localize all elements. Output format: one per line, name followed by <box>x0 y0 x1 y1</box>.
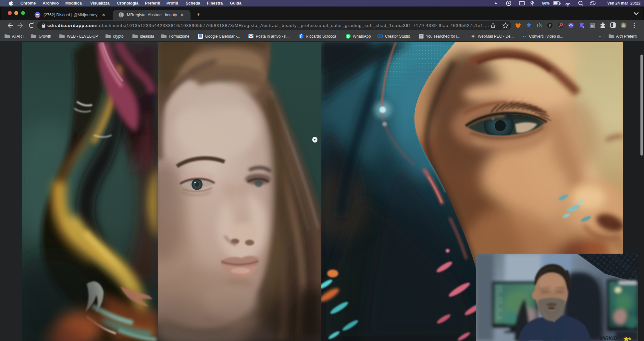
svg-text:M: M <box>591 24 594 27</box>
svg-text:#: # <box>549 24 551 27</box>
svg-text:56%: 56% <box>542 1 550 5</box>
svg-text:MIRKID: MIRKID <box>600 335 617 341</box>
svg-text:5: 5 <box>583 26 584 28</box>
svg-text:31: 31 <box>199 35 202 38</box>
svg-text:2762: 2762 <box>36 15 39 17</box>
